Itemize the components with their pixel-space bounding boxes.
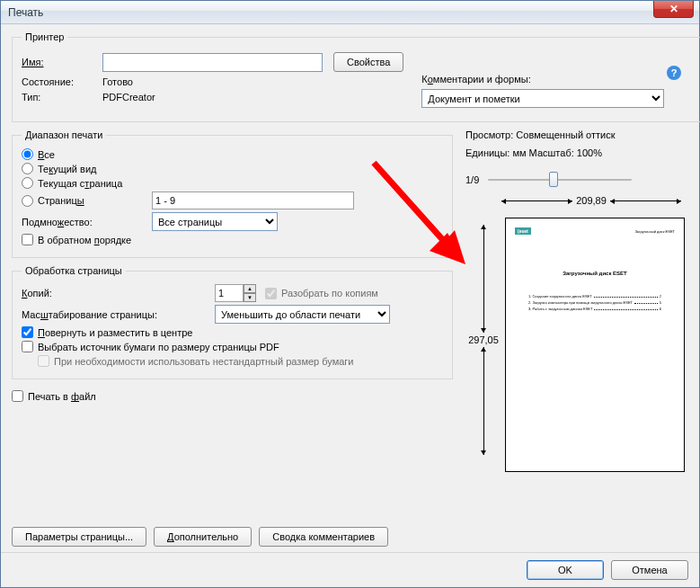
range-current-page-radio[interactable]: Текущая страница <box>22 177 122 189</box>
type-value: PDFCreator <box>102 92 155 102</box>
preview-toc-row: 1. Создание загрузочного диска ESET2 <box>528 294 661 298</box>
type-label: Тип: <box>22 92 102 102</box>
subset-select[interactable]: Все страницы <box>152 212 278 231</box>
window-close-button[interactable]: ✕ <box>653 1 694 18</box>
handling-legend: Обработка страницы <box>22 265 126 276</box>
preview-units: Единицы: мм Масштаб: 100% <box>465 147 685 158</box>
preview-width-mm: 209,89 <box>576 195 607 206</box>
printer-group: Принтер Имя: PDFCreator Свойства Состоян… <box>12 31 700 122</box>
range-current-view-radio[interactable]: Текущий вид <box>22 163 96 174</box>
preview-title: Просмотр: Совмещенный оттиск <box>465 129 685 140</box>
status-label: Состояние: <box>22 76 102 87</box>
help-icon[interactable]: ? <box>667 66 681 80</box>
preview-toc-row: 2. Загрузка компьютера при помощи загруз… <box>528 300 661 305</box>
preview-doc-title: Загрузочный диск ESET <box>515 271 675 276</box>
comments-select[interactable]: Документ и пометки <box>421 89 664 108</box>
range-all-radio[interactable]: Все <box>22 148 55 160</box>
status-value: Готово <box>102 76 133 87</box>
preview-page-index: 1/9 <box>465 174 479 185</box>
subset-label: Подмножество: <box>22 217 152 227</box>
rotate-center-checkbox[interactable]: Повернуть и разместить в центре <box>22 326 192 338</box>
preview-toc-row: 3. Работа с загрузочным диском ESET6 <box>528 307 661 311</box>
eset-logo-icon: (eset <box>515 227 531 235</box>
print-dialog-window: Печать ✕ ? Принтер Имя: PDFCreator <box>0 0 700 588</box>
print-to-file-checkbox[interactable]: Печать в файл <box>12 390 96 402</box>
reverse-order-checkbox[interactable]: В обратном порядке <box>22 234 131 245</box>
scaling-select[interactable]: Уменьшить до области печати <box>215 305 390 324</box>
slider-thumb-icon[interactable] <box>549 172 558 187</box>
range-pages-radio[interactable]: Страницы <box>22 195 152 207</box>
dialog-body: ? Принтер Имя: PDFCreator Свойства Состо <box>1 24 699 552</box>
copies-spinner[interactable]: ▲▼ <box>215 284 256 302</box>
spin-up-icon[interactable]: ▲ <box>244 284 256 293</box>
printer-legend: Принтер <box>22 31 67 42</box>
range-legend: Диапазон печати <box>22 129 106 140</box>
name-label: Имя: <box>22 57 102 67</box>
close-icon: ✕ <box>669 3 678 15</box>
comments-summary-button[interactable]: Сводка комментариев <box>259 527 388 547</box>
spin-down-icon[interactable]: ▼ <box>244 293 256 302</box>
advanced-button[interactable]: Дополнительно <box>154 527 252 547</box>
paper-source-checkbox[interactable]: Выбрать источник бумаги по размеру стран… <box>22 341 279 352</box>
scaling-label: Масштабирование страницы: <box>22 309 215 320</box>
properties-button[interactable]: Свойства <box>333 52 403 72</box>
printer-name-select[interactable]: PDFCreator <box>102 53 323 72</box>
titlebar: Печать ✕ <box>1 1 699 24</box>
dialog-footer: OK Отмена <box>1 552 699 587</box>
window-title: Печать <box>8 6 43 19</box>
pages-input[interactable] <box>152 192 354 209</box>
page-handling-group: Обработка страницы Копий: ▲▼ Разобрать п… <box>12 265 453 379</box>
collate-checkbox: Разобрать по копиям <box>265 288 378 299</box>
cancel-button[interactable]: Отмена <box>611 560 688 580</box>
preview-panel: Просмотр: Совмещенный оттиск Единицы: мм… <box>462 129 688 547</box>
custom-size-checkbox: При необходимости использовать нестандар… <box>38 355 354 367</box>
preview-page-thumbnail: (eset Загрузочный диск ESET Загрузочный … <box>505 218 685 472</box>
print-range-group: Диапазон печати Все Текущий вид Текущая … <box>12 129 453 258</box>
copies-input[interactable] <box>215 284 244 302</box>
preview-page-slider[interactable] <box>488 171 632 189</box>
copies-label: Копий: <box>22 288 215 298</box>
page-setup-button[interactable]: Параметры страницы... <box>12 527 146 547</box>
preview-doc-header: Загрузочный диск ESET <box>634 229 675 234</box>
comments-label: Комментарии и формы: <box>421 74 530 85</box>
preview-height-mm: 297,05 <box>468 334 499 345</box>
ok-button[interactable]: OK <box>527 560 604 580</box>
